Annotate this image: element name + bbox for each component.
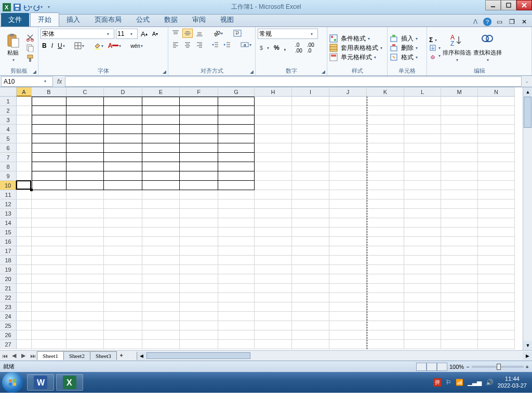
clipboard-dialog-launcher[interactable]: ◢ [33,69,36,74]
shrink-font-icon[interactable]: A▾ [151,30,159,38]
minimize-ribbon-icon[interactable]: ᐱ [471,17,480,26]
sort-filter-button[interactable]: AZ 排序和筛选▾ [442,29,471,67]
undo-icon[interactable]: ▾ [23,3,32,12]
align-middle-icon[interactable] [182,29,193,38]
col-header-C[interactable]: C [66,87,104,97]
sheet-nav-last-icon[interactable]: ⏭ [28,351,37,361]
percent-format-icon[interactable]: % [272,43,281,52]
align-center-icon[interactable] [182,40,193,49]
align-top-icon[interactable] [170,29,181,38]
row-header-10[interactable]: 10 [0,181,17,190]
col-header-B[interactable]: B [32,87,66,97]
row-header-4[interactable]: 4 [0,125,17,134]
vertical-scrollbar[interactable]: ▲ ▼ [523,87,532,350]
col-header-F[interactable]: F [180,87,218,97]
row-header-24[interactable]: 24 [0,312,17,321]
row-header-11[interactable]: 11 [0,190,17,200]
align-bottom-icon[interactable] [194,29,205,38]
clear-button[interactable]: ▾ [429,52,441,59]
bold-button[interactable]: B [41,41,48,50]
row-header-23[interactable]: 23 [0,302,17,312]
delete-cells-button[interactable]: 删除▾ [390,44,424,52]
zoom-in-button[interactable]: + [526,364,529,370]
number-format-combo[interactable]: ▾ [258,29,318,39]
workbook-minimize-icon[interactable]: ▭ [495,17,504,26]
orientation-icon[interactable]: ab▾ [212,29,224,38]
tray-volume-icon[interactable]: 🔊 [486,379,494,386]
accounting-format-icon[interactable]: $▾ [258,43,271,52]
row-header-15[interactable]: 15 [0,228,17,237]
sheet-tab-2[interactable]: Sheet2 [63,351,90,360]
underline-button[interactable]: U▾ [56,41,66,50]
cut-icon[interactable] [25,33,35,42]
new-sheet-icon[interactable]: ✦ [117,351,126,361]
tab-insert[interactable]: 插入 [59,13,87,26]
italic-button[interactable]: I [50,41,55,50]
grow-font-icon[interactable]: A▴ [139,29,149,39]
row-header-9[interactable]: 9 [0,171,17,181]
row-header-13[interactable]: 13 [0,209,17,218]
number-dialog-launcher[interactable]: ◢ [322,69,325,74]
tab-home[interactable]: 开始 [30,12,59,26]
row-header-26[interactable]: 26 [0,330,17,340]
col-header-A[interactable]: A [17,87,32,97]
row-header-25[interactable]: 25 [0,321,17,330]
taskbar-clock[interactable]: 11:442022-03-27 [498,376,527,389]
row-header-19[interactable]: 19 [0,265,17,274]
scroll-right-icon[interactable]: ▶ [523,352,532,360]
tab-view[interactable]: 视图 [213,13,241,26]
start-button[interactable] [2,372,23,393]
col-header-E[interactable]: E [142,87,180,97]
minimize-button[interactable] [485,0,501,10]
redo-icon[interactable]: ▾ [33,3,43,12]
scroll-left-icon[interactable]: ◀ [137,352,147,360]
expand-formula-bar-icon[interactable]: ⌄ [522,79,532,84]
increase-decimal-icon[interactable]: .0.00 [294,41,304,55]
sheet-tab-3[interactable]: Sheet3 [90,351,117,360]
taskbar-word-icon[interactable]: W [27,374,54,391]
taskbar-excel-icon[interactable]: X [56,374,83,391]
borders-button[interactable]: ▾ [73,41,86,50]
row-header-1[interactable]: 1 [0,97,17,106]
row-header-16[interactable]: 16 [0,237,17,246]
wrap-text-icon[interactable] [232,29,243,38]
col-header-K[interactable]: K [367,87,404,97]
tray-network-icon[interactable]: 📶 [456,379,463,386]
row-header-5[interactable]: 5 [0,134,17,143]
decrease-decimal-icon[interactable]: .00.0 [305,41,316,55]
paste-button[interactable]: 粘贴▾ [2,29,24,67]
row-header-18[interactable]: 18 [0,256,17,265]
col-header-J[interactable]: J [329,87,367,97]
zoom-out-button[interactable]: − [466,364,469,370]
grid[interactable]: ABCDEFGHIJKLMN12345678910111213141516171… [0,87,523,350]
format-painter-icon[interactable] [25,54,35,63]
row-header-17[interactable]: 17 [0,246,17,256]
font-dialog-launcher[interactable]: ◢ [163,69,166,74]
zoom-slider[interactable] [472,366,524,368]
insert-cells-button[interactable]: 插入▾ [390,34,424,43]
tab-review[interactable]: 审阅 [185,13,213,26]
row-header-21[interactable]: 21 [0,284,17,293]
align-left-icon[interactable] [170,40,181,49]
autosum-button[interactable]: Σ▾ [429,36,441,44]
cell-styles-button[interactable]: 单元格样式▾ [329,53,385,62]
align-right-icon[interactable] [194,40,205,49]
excel-icon[interactable]: X [2,3,11,12]
zoom-level[interactable]: 100% [449,364,464,370]
fill-color-button[interactable]: ▾ [92,41,105,50]
sheet-nav-prev-icon[interactable]: ◀ [9,351,19,361]
font-name-combo[interactable]: ▾ [41,29,114,39]
help-icon[interactable]: ? [483,18,491,26]
fill-handle[interactable] [30,189,33,191]
col-header-N[interactable]: N [478,87,515,97]
page-break-view-button[interactable] [437,363,447,371]
row-header-22[interactable]: 22 [0,293,17,302]
maximize-button[interactable] [501,0,516,10]
tab-formulas[interactable]: 公式 [129,13,157,26]
select-all-corner[interactable] [0,87,17,97]
row-header-8[interactable]: 8 [0,162,17,171]
formula-input[interactable] [65,76,522,87]
tab-pagelayout[interactable]: 页面布局 [87,13,129,26]
name-box[interactable]: ▾ [1,76,53,87]
col-header-M[interactable]: M [441,87,478,97]
